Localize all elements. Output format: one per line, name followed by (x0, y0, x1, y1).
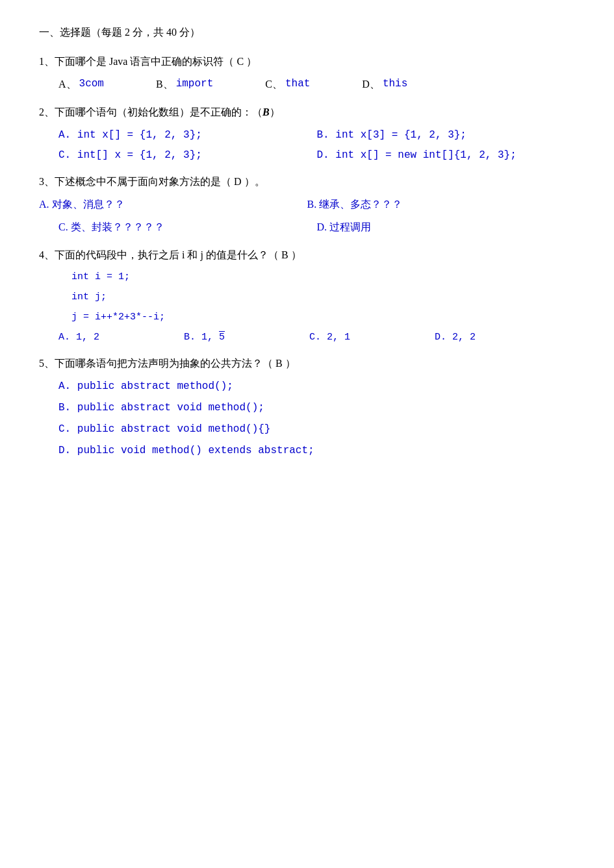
question-4-title: 4、下面的代码段中，执行之后 i 和 j 的值是什么？（ B ） (39, 249, 575, 262)
question-1-title: 1、下面哪个是 Java 语言中正确的标识符（ C ） (39, 55, 575, 69)
question-2-title: 2、下面哪个语句（初始化数组）是不正确的：（ B ） (39, 106, 575, 119)
question-3-options: A. 对象、消息？？ B. 继承、多态？？？ C. 类、封装？？？？？ D. 过… (39, 198, 575, 234)
question-3-title: 3、下述概念中不属于面向对象方法的是（ D ）。 (39, 175, 575, 189)
question-2-options: A. int x[] = {1, 2, 3}; B. int x[3] = {1… (39, 129, 575, 161)
question-1-options: A、3com B、import C、that D、this (39, 78, 575, 92)
question-4-code: int i = 1; int j; j = i++*2+3*--i; (39, 271, 575, 323)
question-5-title: 5、下面哪条语句把方法声明为抽象的公共方法？（ B ） (39, 357, 575, 371)
section-title: 一、选择题（每题 2 分，共 40 分） (39, 26, 575, 40)
question-2: 2、下面哪个语句（初始化数组）是不正确的：（ B ） A. int x[] = … (39, 106, 575, 161)
question-3: 3、下述概念中不属于面向对象方法的是（ D ）。 A. 对象、消息？？ B. 继… (39, 175, 575, 234)
option-row-1: A、3com B、import C、that D、this (58, 78, 575, 92)
question-1: 1、下面哪个是 Java 语言中正确的标识符（ C ） A、3com B、imp… (39, 55, 575, 92)
question-5: 5、下面哪条语句把方法声明为抽象的公共方法？（ B ） A. public ab… (39, 357, 575, 456)
question-4: 4、下面的代码段中，执行之后 i 和 j 的值是什么？（ B ） int i =… (39, 249, 575, 343)
question-5-options: A. public abstract method(); B. public a… (39, 380, 575, 456)
question-4-options: A. 1, 2 B. 1, 5 C. 2, 1 D. 2, 2 (39, 332, 575, 343)
